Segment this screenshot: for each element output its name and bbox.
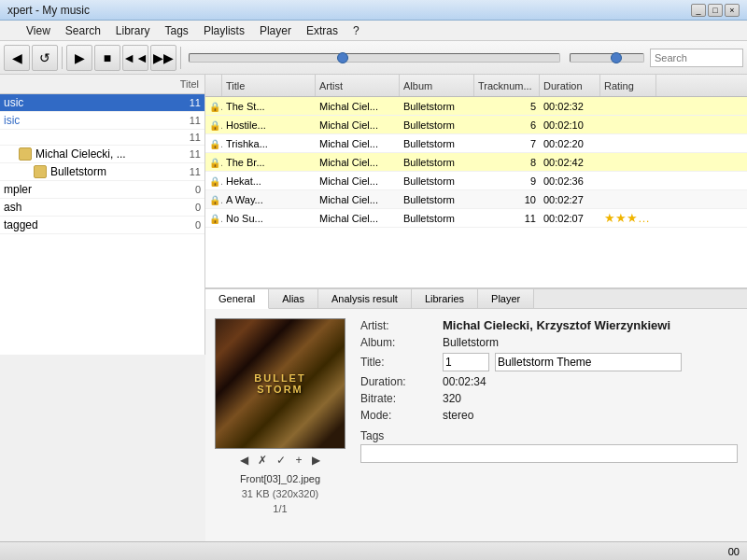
track-rating: ★★★★★ [600,211,656,225]
track-duration: 00:02:07 [540,213,600,224]
tab-player[interactable]: Player [478,289,534,308]
menu-item-view[interactable]: View [19,22,58,39]
track-artist: Michal Ciel... [316,213,400,224]
menu-item-player[interactable]: Player [252,22,299,39]
mode-label: Mode: [360,409,435,422]
art-delete-btn[interactable]: ✗ [255,453,270,468]
mode-value: stereo [443,409,738,422]
track-row[interactable]: 🔒 Hostile... Michal Ciel... Bulletstorm … [205,116,747,134]
tags-label: Tags [360,429,738,442]
col-duration[interactable]: Duration [540,75,600,96]
sidebar-item-sampler[interactable]: mpler 0 [0,181,204,199]
window-controls[interactable]: _ □ × [691,4,740,17]
duration-label: Duration: [360,375,435,388]
sidebar-item-label: mpler [4,183,178,196]
art-next-btn[interactable]: ▶ [309,453,323,468]
menu-item-library[interactable]: Library [108,22,158,39]
sidebar-item-count: 0 [178,202,201,213]
menu-item-tags[interactable]: Tags [158,22,196,39]
col-icon[interactable] [205,75,222,96]
sidebar-content: usic 11 isic 11 11 Michal Cielecki, ... … [0,94,204,355]
col-rating[interactable]: Rating [600,75,656,96]
sidebar-item-label: isic [4,114,178,127]
artist-value: Michal Cielecki, Krzysztof Wierzynkiewi [443,318,738,332]
track-album: Bulletstorm [400,157,474,168]
col-title[interactable]: Title [222,75,316,96]
volume-bar[interactable] [570,53,644,63]
track-row[interactable]: 🔒 A Way... Michal Ciel... Bulletstorm 10… [205,190,747,209]
track-duration: 00:02:10 [540,119,600,131]
album-art-title: BULLETSTORM [254,372,305,395]
stop-button[interactable]: ■ [94,45,120,71]
sidebar-item-count: 11 [178,148,201,160]
sidebar-item-untagged[interactable]: tagged 0 [0,217,204,234]
sidebar-item-music[interactable]: usic 11 [0,94,204,112]
sidebar-item-trash[interactable]: ash 0 [0,199,204,217]
sidebar-item-isic[interactable]: isic 11 [0,112,204,130]
track-title: The St... [222,101,316,112]
art-add-btn[interactable]: + [292,453,304,468]
track-row[interactable]: 🔒 The Br... Michal Ciel... Bulletstorm 8… [205,153,747,172]
next-button[interactable]: ▶▶ [150,45,176,71]
lock-icon: 🔒 [209,176,220,187]
col-tracknum[interactable]: Tracknum... [474,75,540,96]
track-row[interactable]: 🔒 The St... Michal Ciel... Bulletstorm 5… [205,97,747,116]
col-album[interactable]: Album [400,75,474,96]
tab-general[interactable]: General [205,289,269,309]
track-duration: 00:02:32 [540,101,600,112]
title-name-input[interactable] [495,353,682,371]
progress-thumb[interactable] [337,52,348,63]
track-album: Bulletstorm [400,213,474,224]
album-value: Bulletstorm [443,336,738,349]
col-artist[interactable]: Artist [316,75,400,96]
tags-input[interactable] [360,444,738,463]
sidebar-item-album[interactable]: Bulletstorm 11 [0,163,204,181]
track-row[interactable]: 🔒 No Su... Michal Ciel... Bulletstorm 11… [205,209,747,228]
refresh-button[interactable]: ↺ [32,45,58,71]
artist-label: Artist: [360,318,435,332]
sidebar-item-count: 0 [178,219,201,231]
track-num: 5 [474,101,540,112]
menu-item-extras[interactable]: Extras [299,22,345,39]
minimize-button[interactable]: _ [691,4,706,17]
track-title: The Br... [222,157,316,168]
track-artist: Michal Ciel... [316,138,400,149]
maximize-button[interactable]: □ [708,4,723,17]
track-row[interactable]: 🔒 Trishka... Michal Ciel... Bulletstorm … [205,134,747,153]
menu-item-empty[interactable] [4,29,19,33]
art-check-btn[interactable]: ✓ [274,453,289,468]
sidebar-item-count: 0 [178,184,201,195]
volume-thumb[interactable] [611,52,622,63]
menu-item-search[interactable]: Search [58,22,108,39]
toolbar-separator-1 [62,47,63,69]
art-prev-btn[interactable]: ◀ [237,453,251,468]
sidebar-item-artist[interactable]: Michal Cielecki, ... 11 [0,146,204,163]
search-input[interactable] [650,49,743,67]
track-artist: Michal Ciel... [316,119,400,131]
close-button[interactable]: × [725,4,740,17]
sidebar-item-empty[interactable]: 11 [0,130,204,146]
track-artist: Michal Ciel... [316,194,400,205]
progress-bar[interactable] [189,53,560,63]
track-num: 8 [474,157,540,168]
menu-item-playlists[interactable]: Playlists [196,22,252,39]
menu-bar: View Search Library Tags Playlists Playe… [0,21,747,41]
album-art-controls: ◀ ✗ ✓ + ▶ [237,453,322,468]
track-title: Trishka... [222,138,316,149]
lock-icon: 🔒 [209,158,220,168]
lock-icon: 🔒 [209,120,220,131]
album-art: BULLETSTORM [215,318,345,449]
sidebar-item-label: tagged [4,218,178,231]
sidebar-item-label: usic [4,96,178,109]
lock-icon: 🔒 [209,214,220,224]
prev-button[interactable]: ◄◄ [122,45,148,71]
title-num-input[interactable] [443,353,489,371]
tab-libraries[interactable]: Libraries [412,289,478,308]
play-button[interactable]: ▶ [66,45,92,71]
tab-alias[interactable]: Alias [269,289,318,308]
lock-icon: 🔒 [209,139,220,149]
track-row[interactable]: 🔒 Hekat... Michal Ciel... Bulletstorm 9 … [205,172,747,190]
menu-item-help[interactable]: ? [345,22,367,39]
back-button[interactable]: ◀ [4,45,30,71]
tab-analysis[interactable]: Analysis result [318,289,412,308]
